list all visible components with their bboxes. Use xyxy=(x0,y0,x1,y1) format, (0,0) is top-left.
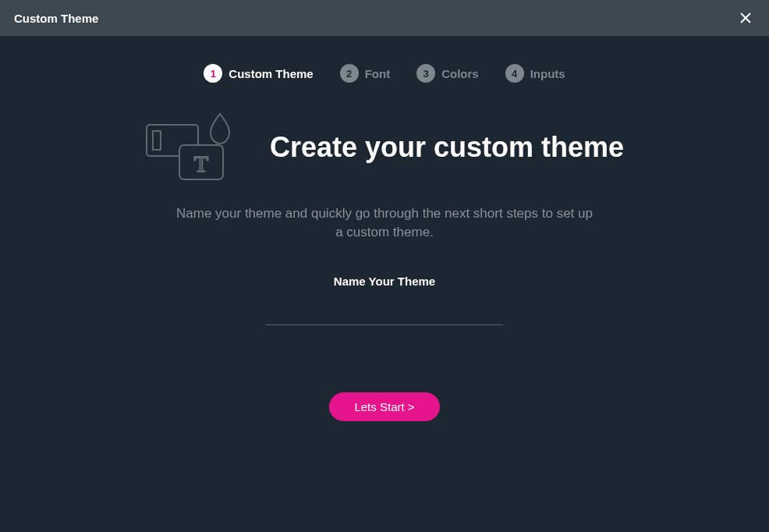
name-field-label: Name Your Theme xyxy=(0,275,769,288)
svg-text:T: T xyxy=(194,151,208,176)
svg-rect-3 xyxy=(153,131,161,150)
hero-section: T Create your custom theme xyxy=(0,112,769,183)
input-wrapper xyxy=(0,299,769,325)
lets-start-button[interactable]: Lets Start > xyxy=(329,392,439,421)
step-label: Custom Theme xyxy=(229,67,313,80)
step-label: Inputs xyxy=(530,67,565,80)
modal-title: Custom Theme xyxy=(14,12,98,25)
theme-icon: T xyxy=(145,112,245,183)
step-font[interactable]: 2 Font xyxy=(340,64,390,83)
cta-wrapper: Lets Start > xyxy=(0,392,769,421)
hero-title: Create your custom theme xyxy=(270,131,624,164)
hero-description: Name your theme and quickly go through t… xyxy=(174,204,595,242)
step-inputs[interactable]: 4 Inputs xyxy=(505,64,565,83)
close-button[interactable] xyxy=(736,9,755,27)
modal-header: Custom Theme xyxy=(0,0,769,36)
step-number: 2 xyxy=(340,64,359,83)
step-label: Font xyxy=(365,67,390,80)
step-custom-theme[interactable]: 1 Custom Theme xyxy=(204,64,313,83)
theme-name-input[interactable] xyxy=(266,299,503,325)
step-label: Colors xyxy=(441,67,479,80)
close-icon xyxy=(739,11,753,25)
step-number: 3 xyxy=(416,64,435,83)
step-number: 4 xyxy=(505,64,524,83)
wizard-stepper: 1 Custom Theme 2 Font 3 Colors 4 Inputs xyxy=(0,36,769,109)
step-colors[interactable]: 3 Colors xyxy=(416,64,479,83)
step-number: 1 xyxy=(204,64,222,83)
